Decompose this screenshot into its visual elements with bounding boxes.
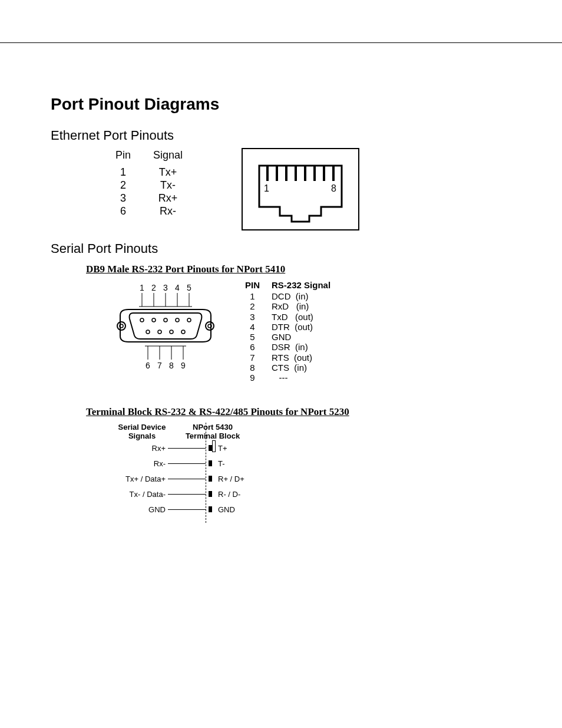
svg-text:9: 9 — [181, 361, 186, 370]
svg-text:8: 8 — [169, 361, 174, 370]
table-row: 2RxD (in) — [239, 301, 336, 311]
svg-text:6: 6 — [146, 361, 150, 370]
terminal-plug-icon — [209, 460, 212, 466]
tb-right-signal: GND — [216, 505, 235, 514]
svg-point-25 — [152, 318, 156, 322]
document-page: Port Pinout Diagrams Ethernet Port Pinou… — [0, 42, 562, 728]
tb-row: Tx+ / Data+ — [104, 471, 206, 486]
svg-point-27 — [176, 318, 179, 322]
terminal-plug-icon — [209, 476, 212, 482]
ethernet-pinout-table: Pin Signal 1Tx+ 2Tx- 3Rx+ 6Rx- — [104, 148, 194, 219]
terminal-block-subtitle: Terminal Block RS-232 & RS-422/485 Pinou… — [86, 406, 511, 418]
db9-pinout-table: PIN RS-232 Signal 1DCD (in) 2RxD (in) 3T… — [239, 280, 336, 383]
table-row: 3Rx+ — [105, 192, 193, 204]
wire-icon — [168, 463, 206, 464]
tb-left-signal: GND — [104, 505, 168, 514]
serial-heading: Serial Port Pinouts — [51, 241, 511, 256]
tb-row: GND — [104, 502, 206, 517]
eth-pin: 2 — [105, 179, 141, 191]
svg-text:4: 4 — [175, 283, 180, 292]
tb-right-signal: T+ — [216, 444, 227, 453]
db9-connector-icon: 1 2 3 4 5 — [110, 280, 222, 374]
svg-text:1: 1 — [140, 283, 144, 292]
table-row: 8CTS (in) — [239, 363, 336, 373]
ethernet-heading: Ethernet Port Pinouts — [51, 128, 511, 143]
eth-signal: Tx+ — [143, 166, 193, 178]
tb-row: Tx- / Data- — [104, 486, 206, 502]
table-row: 6Rx- — [105, 205, 193, 217]
eth-pin: 3 — [105, 192, 141, 204]
svg-point-30 — [158, 330, 161, 334]
db9-col-pin: PIN — [239, 280, 266, 291]
svg-text:3: 3 — [163, 283, 168, 292]
jack-pin-1-label: 1 — [264, 183, 269, 193]
wire-icon — [168, 479, 206, 479]
eth-pin: 6 — [105, 205, 141, 217]
tb-left-signal: Tx+ / Data+ — [104, 475, 168, 483]
tb-left-signal: Rx+ — [104, 444, 168, 453]
eth-signal: Rx+ — [143, 192, 193, 204]
tb-row: Rx- — [104, 456, 206, 471]
terminal-plug-icon — [209, 506, 212, 512]
rj45-jack-icon: 1 8 — [242, 148, 359, 230]
table-row: 3TxD (out) — [239, 312, 336, 322]
eth-col-pin: Pin — [105, 149, 141, 165]
wire-icon — [168, 448, 206, 449]
eth-signal: Tx- — [143, 179, 193, 191]
table-row: 9 --- — [239, 373, 336, 383]
terminal-block-diagram: Serial DeviceSignals NPort 5430Terminal … — [104, 423, 511, 523]
tb-right-signal: T- — [216, 459, 225, 468]
page-title: Port Pinout Diagrams — [51, 95, 511, 114]
svg-point-20 — [117, 322, 125, 330]
tb-right-signal: R- / D- — [216, 490, 240, 499]
eth-col-signal: Signal — [143, 149, 193, 165]
svg-text:5: 5 — [187, 283, 191, 292]
tb-row: Rx+ — [104, 440, 206, 456]
svg-point-24 — [140, 318, 144, 322]
svg-text:2: 2 — [151, 283, 156, 292]
db9-subtitle: DB9 Male RS-232 Port Pinouts for NPort 5… — [86, 263, 511, 275]
tb-right-header: NPort 5430Terminal Block — [180, 423, 245, 440]
svg-point-22 — [206, 322, 214, 330]
svg-point-31 — [170, 330, 173, 334]
tb-left-signal: Rx- — [104, 459, 168, 468]
tb-left-signal: Tx- / Data- — [104, 490, 168, 499]
db9-col-signal: RS-232 Signal — [266, 280, 336, 291]
table-row: 1DCD (in) — [239, 291, 336, 301]
terminal-plug-icon — [209, 491, 212, 497]
table-row: 7RTS (out) — [239, 353, 336, 363]
table-row: 5GND — [239, 332, 336, 342]
eth-signal: Rx- — [143, 205, 193, 217]
wire-icon — [168, 509, 206, 510]
table-row: 4DTR (out) — [239, 322, 336, 332]
svg-text:7: 7 — [157, 361, 162, 370]
dashed-separator — [206, 423, 206, 523]
svg-point-28 — [187, 318, 191, 322]
table-row: 1Tx+ — [105, 166, 193, 178]
eth-pin: 1 — [105, 166, 141, 178]
svg-point-26 — [164, 318, 167, 322]
wire-icon — [168, 494, 206, 495]
svg-point-29 — [146, 330, 150, 334]
table-row: 6DSR (in) — [239, 342, 336, 352]
tb-left-header: Serial DeviceSignals — [104, 423, 180, 440]
jack-pin-8-label: 8 — [331, 183, 336, 193]
db9-block: 1 2 3 4 5 — [110, 280, 511, 383]
ethernet-block: Pin Signal 1Tx+ 2Tx- 3Rx+ 6Rx- — [104, 148, 511, 230]
table-row: 2Tx- — [105, 179, 193, 191]
svg-point-32 — [181, 330, 185, 334]
tb-right-signal: R+ / D+ — [216, 475, 244, 483]
